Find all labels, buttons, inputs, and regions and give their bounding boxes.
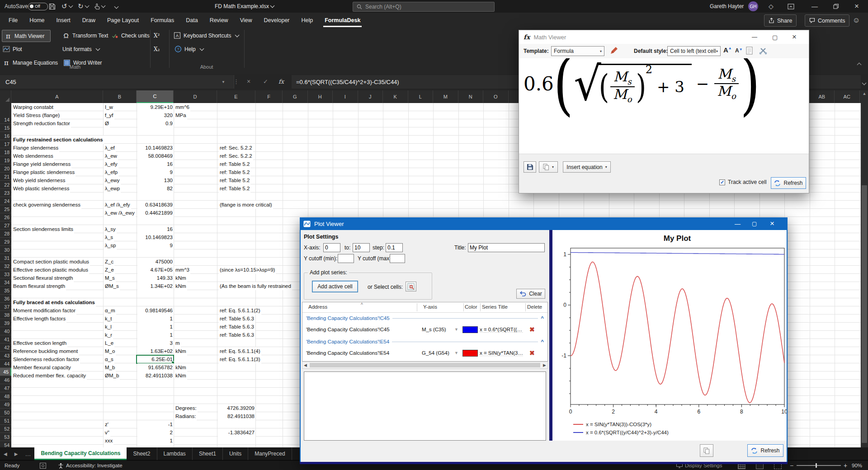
series-title-cell[interactable]: x = SIN(y*TAN(3))-COS(3*y) bbox=[480, 350, 523, 356]
panel-divider[interactable] bbox=[549, 230, 552, 441]
cell-B55[interactable]: xxx bbox=[104, 437, 113, 445]
enter-formula-button[interactable]: ✓ bbox=[263, 78, 268, 85]
insert-function-button[interactable]: fx bbox=[278, 78, 284, 85]
cell-E19[interactable]: ref: Sec. 5.2.2 bbox=[219, 144, 253, 152]
column-header-L[interactable]: L bbox=[408, 90, 434, 103]
cell-A20[interactable]: Web slenderness bbox=[12, 152, 54, 160]
cell-B42[interactable]: k_r bbox=[104, 331, 113, 339]
cell-E45[interactable]: ref: Eq. 5.6.1.1(3) bbox=[219, 355, 261, 363]
cell-A29[interactable]: Section slenderness limits bbox=[12, 225, 74, 233]
cell-B45[interactable]: α_s bbox=[104, 355, 114, 363]
row-header-32[interactable]: 32 bbox=[0, 262, 11, 270]
ycutoff-max-input[interactable] bbox=[390, 254, 405, 263]
cell-B26[interactable]: λ_ef /λ_efy bbox=[104, 201, 131, 209]
zoom-slider-thumb[interactable] bbox=[816, 463, 817, 468]
series-yaxis-dropdown-icon[interactable]: ▼ bbox=[454, 351, 458, 355]
row-header-44[interactable]: 44 bbox=[0, 360, 11, 368]
zoom-slider[interactable] bbox=[797, 461, 841, 470]
row-header-49[interactable]: 49 bbox=[0, 400, 11, 409]
search-input[interactable]: Search (Alt+Q) bbox=[353, 2, 495, 12]
cell-B27[interactable]: λ_ew /λ_ewy bbox=[104, 209, 136, 217]
cell-A15[interactable]: Yield Stress (flange) bbox=[12, 111, 61, 119]
math-viewer-close-button[interactable]: × bbox=[792, 33, 797, 42]
xaxis-to-input[interactable] bbox=[353, 243, 370, 252]
row-header-34[interactable]: 34 bbox=[0, 278, 11, 287]
sheet-tab-manypreced[interactable]: ManyPreced bbox=[248, 447, 292, 460]
cell-C54[interactable]: 2 bbox=[137, 428, 174, 437]
vertical-scrollbar-thumb[interactable] bbox=[862, 185, 867, 443]
cell-A45[interactable]: Slenderness reduction factor bbox=[12, 355, 80, 363]
plot-refresh-button[interactable]: Refresh bbox=[747, 444, 783, 457]
redo-button[interactable]: ↻ bbox=[78, 0, 89, 13]
row-header-53[interactable]: 53 bbox=[0, 433, 11, 441]
feedback-smiley-icon[interactable]: ☺ bbox=[853, 14, 860, 27]
row-header-35[interactable]: 35 bbox=[0, 287, 11, 295]
row-header-17[interactable]: 17 bbox=[0, 140, 11, 148]
template-dropdown[interactable]: Formula▾ bbox=[551, 46, 604, 56]
cell-A26[interactable]: check governing slenderness bbox=[12, 201, 81, 209]
ycutoff-min-input[interactable] bbox=[338, 254, 354, 263]
zoom-in-button[interactable]: + bbox=[844, 461, 847, 470]
ribbon-tab-formulas[interactable]: Formulas bbox=[145, 13, 180, 28]
row-header-30[interactable]: 30 bbox=[0, 246, 11, 254]
column-header-O[interactable]: O bbox=[483, 90, 509, 103]
sheet-tab-sheet2[interactable]: Sheet2 bbox=[127, 447, 157, 460]
cell-C55[interactable]: 1 bbox=[137, 437, 174, 445]
series-yaxis-dropdown-icon[interactable]: ▼ bbox=[454, 327, 458, 332]
cell-E22[interactable]: ref: Table 5.2 bbox=[219, 168, 250, 176]
cell-E23[interactable]: ref: Table 5.2 bbox=[219, 176, 250, 184]
track-active-cell-option[interactable]: ✓ Track active cell bbox=[719, 179, 767, 185]
column-header-F[interactable]: F bbox=[255, 90, 283, 103]
cell-D35[interactable]: kNm bbox=[175, 274, 187, 282]
column-header-AB[interactable]: AB bbox=[810, 90, 835, 103]
collapse-group-icon[interactable]: ^ bbox=[541, 339, 544, 344]
cell-B19[interactable]: λ_ef bbox=[104, 144, 116, 152]
cell-B53[interactable]: z' bbox=[104, 420, 109, 428]
ribbon-tab-home[interactable]: Home bbox=[24, 13, 50, 28]
row-header-46[interactable]: 46 bbox=[0, 376, 11, 384]
step-input[interactable] bbox=[386, 243, 403, 252]
cell-D34[interactable]: mm^3 bbox=[175, 266, 190, 274]
row-header-27[interactable]: 27 bbox=[0, 221, 11, 230]
unit-formats-ribbon-button[interactable]: Unit formats bbox=[62, 43, 99, 55]
track-active-cell-checkbox[interactable]: ✓ bbox=[719, 179, 725, 185]
cell-C47[interactable]: 82.4911038 bbox=[137, 371, 174, 380]
cell-A23[interactable]: Web yield slenderness bbox=[12, 176, 66, 184]
cell-D52[interactable]: Radians: bbox=[175, 412, 197, 420]
plot-title-input[interactable] bbox=[468, 243, 545, 252]
copy-plot-button[interactable] bbox=[700, 444, 713, 457]
add-active-cell-button[interactable]: Add active cell bbox=[312, 281, 358, 292]
row-header-40[interactable]: 40 bbox=[0, 327, 11, 335]
cell-B24[interactable]: λ_ewp bbox=[104, 184, 121, 193]
help-ribbon-button[interactable]: ? Help bbox=[175, 43, 203, 55]
row-header-38[interactable]: 38 bbox=[0, 311, 11, 319]
minimize-window-button[interactable]: — bbox=[811, 0, 818, 13]
column-header-K[interactable]: K bbox=[383, 90, 408, 103]
column-header-A[interactable]: A bbox=[11, 90, 103, 103]
cell-C22[interactable]: 9 bbox=[137, 168, 174, 176]
cell-D44[interactable]: kNm bbox=[175, 347, 187, 355]
customize-quick-access-button[interactable] bbox=[113, 0, 118, 13]
row-header-24[interactable]: 24 bbox=[0, 197, 11, 205]
row-header-37[interactable]: 37 bbox=[0, 303, 11, 311]
ribbon-tab-draw[interactable]: Draw bbox=[76, 13, 101, 28]
math-viewer-title-bar[interactable]: fx Math Viewer — ▢ × bbox=[519, 30, 809, 44]
ribbon-tab-help[interactable]: Help bbox=[296, 13, 319, 28]
row-header-29[interactable]: 29 bbox=[0, 238, 11, 246]
collapse-ribbon-button[interactable] bbox=[856, 61, 861, 68]
cell-C14[interactable]: 9.29E+10 bbox=[137, 103, 174, 111]
cell-C23[interactable]: 130 bbox=[137, 176, 174, 184]
decrease-font-button[interactable]: A▼ bbox=[735, 47, 743, 54]
cell-C33[interactable]: 475000 bbox=[137, 258, 174, 266]
series-title-cell[interactable]: x = 0.6*(SQRT((y/C44)^2+3)-y/C44) bbox=[480, 327, 523, 333]
row-header-28[interactable]: 28 bbox=[0, 230, 11, 238]
selected-cell-C45[interactable] bbox=[136, 355, 174, 364]
series-table-header-color[interactable]: Color bbox=[465, 304, 477, 310]
insert-equation-button[interactable]: Insert equation▾ bbox=[563, 161, 611, 173]
cell-A46[interactable]: Member flexural capacity bbox=[12, 363, 72, 371]
ribbon-tab-data[interactable]: Data bbox=[180, 13, 203, 28]
document-title[interactable]: FD Math Example.xlsx bbox=[215, 0, 274, 13]
cell-D36[interactable]: kNm bbox=[175, 282, 187, 290]
cell-C29[interactable]: 16 bbox=[137, 225, 174, 233]
clear-series-button[interactable]: Clear bbox=[516, 289, 545, 299]
